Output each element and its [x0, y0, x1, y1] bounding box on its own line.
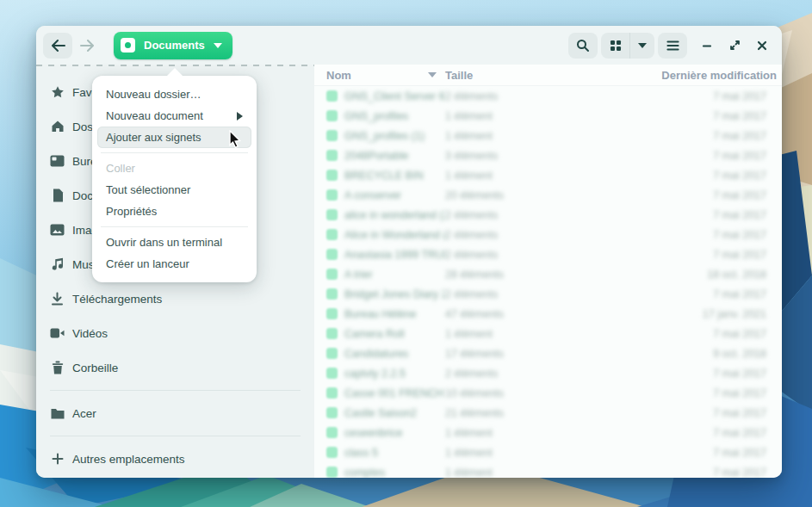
column-header-size[interactable]: Taille	[445, 69, 574, 82]
close-button[interactable]	[751, 33, 773, 59]
table-row[interactable]: Bridget Jones Diary 2001 720p B2 élément…	[314, 284, 782, 304]
file-name-cell: Candidatures	[326, 348, 445, 360]
file-name: Bureau Hélène	[344, 308, 416, 320]
path-bar-button[interactable]: Documents	[114, 32, 232, 59]
table-row[interactable]: ceseenbrice1 élément7 mai 2017	[314, 423, 782, 442]
file-name: BRECYCLE BIN	[344, 170, 424, 182]
file-size: 2 éléments	[445, 90, 574, 102]
table-row[interactable]: Anastasia 1999 TRUEFRENCH [12 éléments7 …	[314, 244, 782, 264]
folder-icon	[326, 467, 338, 478]
column-header-name[interactable]: Nom	[326, 69, 445, 82]
forward-button[interactable]	[72, 33, 102, 59]
file-size: 2 éléments	[445, 368, 574, 380]
file-name-cell: GNS_Client Server 64 bits	[326, 90, 445, 102]
file-modified-date: 7 mai 2017	[574, 170, 777, 182]
file-size: 3 éléments	[445, 150, 574, 162]
table-row[interactable]: BRECYCLE BIN1 élément7 mai 2017	[314, 165, 782, 185]
chevron-down-icon	[214, 43, 222, 48]
file-size: 2 éléments	[445, 249, 574, 261]
toolbar: Documents	[36, 26, 782, 65]
search-button[interactable]	[568, 33, 598, 59]
menu-item-nouveau-dossier-[interactable]: Nouveau dossier…	[97, 83, 251, 105]
file-size: 2 éléments	[445, 209, 574, 221]
plus-icon	[50, 452, 65, 467]
folder-icon	[326, 348, 338, 359]
file-size: 17 éléments	[445, 348, 574, 360]
file-rows: GNS_Client Server 64 bits2 éléments7 mai…	[314, 86, 782, 478]
sidebar-item-vid-os[interactable]: Vidéos	[36, 316, 314, 350]
menu-item-nouveau-document[interactable]: Nouveau document	[97, 105, 251, 127]
file-name: GNS_profiles	[344, 110, 408, 122]
list-header: Nom Taille Dernière modification	[314, 65, 782, 86]
table-row[interactable]: GNS_profiles1 élément7 mai 2017	[314, 106, 782, 126]
sidebar-item-label: Téléchargements	[72, 293, 162, 306]
file-size: 1 élément	[445, 170, 574, 182]
view-options-button[interactable]	[630, 33, 654, 59]
file-name-cell: Camera Roll	[326, 328, 445, 340]
table-row[interactable]: Camera Roll1 élément7 mai 2017	[314, 324, 782, 343]
table-row[interactable]: GNS_Client Server 64 bits2 éléments7 mai…	[314, 86, 782, 106]
file-name: Bridget Jones Diary 2001 720p B	[344, 288, 445, 300]
back-button[interactable]	[43, 33, 72, 59]
file-name: captvty 2.2.5	[344, 368, 406, 380]
table-row[interactable]: class 51 élément7 mai 2017	[314, 442, 782, 462]
table-row[interactable]: A conserver20 éléments7 mai 2017	[314, 185, 782, 205]
sidebar-item-acer[interactable]: Acer	[36, 396, 314, 430]
sidebar-separator	[50, 436, 301, 436]
menu-item-ouvrir-dans-un-terminal[interactable]: Ouvrir dans un terminal	[97, 232, 251, 253]
sidebar-item-corbeille[interactable]: Corbeille	[36, 350, 314, 385]
table-row[interactable]: Alice in Wonderland (2010) [10802 élémen…	[314, 225, 782, 244]
sidebar-item-autres-emplacements[interactable]: Autres emplacements	[36, 442, 314, 476]
file-modified-date: 9 oct. 2018	[574, 348, 777, 360]
maximize-button[interactable]	[723, 33, 746, 59]
file-name-cell: Castle Saison2	[326, 407, 445, 419]
file-name-cell: A conserver	[326, 189, 445, 201]
minimize-icon	[702, 40, 712, 51]
table-row[interactable]: comptes1 élément7 mai 2017	[314, 462, 782, 478]
sidebar-item-label: Autres emplacements	[72, 453, 185, 466]
column-header-modified[interactable]: Dernière modification	[574, 69, 777, 82]
minimize-button[interactable]	[696, 33, 718, 59]
folder-icon	[326, 110, 338, 121]
file-name: Anastasia 1999 TRUEFRENCH [1	[344, 249, 445, 261]
sidebar-item-label: Corbeille	[72, 362, 118, 374]
file-name: Castle Saison2	[344, 407, 417, 419]
table-row[interactable]: alice in wonderland (2010) 1080p2 élémen…	[314, 205, 782, 225]
file-name: GNS_Client Server 64 bits	[344, 90, 445, 102]
table-row[interactable]: captvty 2.2.52 éléments7 mai 2017	[314, 363, 782, 383]
grid-view-icon	[610, 40, 622, 52]
sidebar-item-label: Acer	[72, 407, 96, 420]
sidebar-item-t-l-chargements[interactable]: Téléchargements	[36, 281, 314, 316]
file-size: 2 éléments	[445, 229, 574, 241]
view-toggle-group	[601, 33, 654, 59]
file-modified-date: 7 mai 2017	[574, 328, 777, 340]
menu-item-tout-s-lectionner[interactable]: Tout sélectionner	[97, 179, 251, 201]
file-modified-date: 7 mai 2017	[574, 209, 777, 221]
hamburger-menu-button[interactable]	[658, 33, 687, 59]
grid-view-button[interactable]	[601, 33, 630, 59]
menu-separator	[101, 152, 248, 153]
file-name-cell: class 5	[326, 447, 445, 459]
folder-icon	[326, 427, 338, 438]
file-modified-date: 7 mai 2017	[574, 110, 777, 122]
table-row[interactable]: Bureau Hélène47 éléments17 janv. 2021	[314, 304, 782, 324]
file-name-cell: Bridget Jones Diary 2001 720p B	[326, 288, 445, 300]
folder-icon	[326, 150, 338, 161]
folder-location-icon	[121, 38, 135, 53]
table-row[interactable]: Candidatures17 éléments9 oct. 2018	[314, 343, 782, 363]
table-row[interactable]: Castle Saison221 éléments7 mai 2017	[314, 403, 782, 423]
menu-item-label: Créer un lanceur	[106, 257, 189, 270]
folder-icon	[326, 328, 338, 339]
file-modified-date: 7 mai 2017	[574, 189, 777, 201]
table-row[interactable]: Casse 001 FRENCH DVDRip XviD10 éléments7…	[314, 383, 782, 403]
table-row[interactable]: GNS_profiles (1)1 élément7 mai 2017	[314, 126, 782, 145]
file-name-cell: Anastasia 1999 TRUEFRENCH [1	[326, 249, 445, 261]
table-row[interactable]: A trier28 éléments18 oct. 2018	[314, 264, 782, 284]
file-size: 1 élément	[445, 427, 574, 439]
sort-descending-icon	[428, 72, 437, 77]
menu-item-cr-er-un-lanceur[interactable]: Créer un lanceur	[97, 253, 251, 275]
table-row[interactable]: 2048Portable3 éléments7 mai 2017	[314, 145, 782, 165]
menu-item-propri-t-s[interactable]: Propriétés	[97, 201, 251, 222]
file-size: 20 éléments	[445, 189, 574, 201]
file-name-cell: Casse 001 FRENCH DVDRip XviD	[326, 387, 445, 399]
